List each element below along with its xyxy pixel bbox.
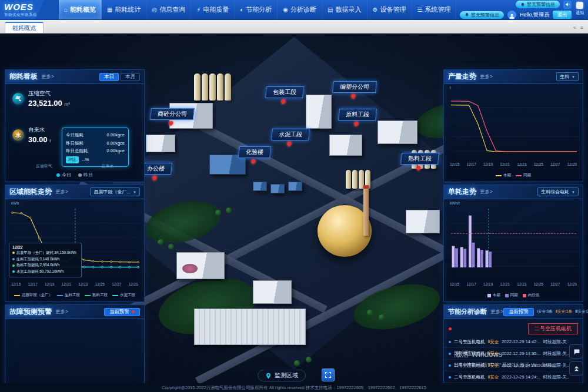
location-pin-icon <box>265 373 272 379</box>
panel-title: 单耗走势 <box>448 187 476 197</box>
tab-scroll-left-icon[interactable]: « <box>573 25 576 31</box>
area-tag-biansu[interactable]: 编塑分公司 <box>332 81 377 93</box>
legend-marker <box>516 175 522 176</box>
nav-item-device-mgmt[interactable]: ⚙设备管理 <box>368 0 412 19</box>
nav-item-stats[interactable]: ▦能耗统计 <box>102 0 146 19</box>
kpi-unit: m³ <box>64 102 69 107</box>
back-to-top-button[interactable] <box>569 361 583 376</box>
area-tag-baozhuang[interactable]: 包装工段 <box>265 86 304 98</box>
tree <box>306 357 312 363</box>
output-trend-chart <box>447 91 580 157</box>
x-axis-label: 12/19 <box>483 162 493 166</box>
tab-menu-icon[interactable]: ≡ <box>580 25 583 31</box>
panel-title: 能耗看板 <box>9 72 38 82</box>
nav-item-data-entry[interactable]: ▤数据录入 <box>322 0 367 19</box>
nav-item-label: 节能分析 <box>246 5 272 14</box>
nav-item-info-query[interactable]: ◎信息查询 <box>147 0 192 19</box>
nav-item-diagnosis[interactable]: ◉分析诊断 <box>278 0 322 19</box>
kpi-unit: t <box>49 138 51 143</box>
alert-banner-label: 暂无预警信息 <box>471 12 499 18</box>
bullet-icon <box>449 353 451 355</box>
toggle-day-button[interactable]: 本日 <box>99 73 119 81</box>
more-link[interactable]: 更多> <box>480 73 493 81</box>
area-tag-yuanliao[interactable]: 原料工段 <box>338 109 377 120</box>
tab-bar: 能耗概览 « ≡ <box>0 20 588 33</box>
toggle-month-button[interactable]: 本月 <box>121 73 140 81</box>
app-root: WOES 智能优化节能系统 ⌂能耗概览▦能耗统计◎信息查询⚡电能质量◐节能分析◉… <box>0 0 588 392</box>
avatar[interactable] <box>507 11 516 19</box>
notice-button[interactable]: 通知 <box>573 2 586 16</box>
more-link[interactable]: 更多> <box>480 189 493 196</box>
feedback-button[interactable] <box>569 344 583 359</box>
nav-item-saving-analysis[interactable]: ◐节能分析 <box>235 0 278 19</box>
fault-warning-body <box>5 319 144 392</box>
area-tag-shangtong[interactable]: 商砼分公司 <box>150 108 195 120</box>
tab-label: 能耗概览 <box>12 24 36 32</box>
more-link[interactable]: 更多> <box>490 309 503 316</box>
alert-banner-bottom[interactable]: 暂无预警信息 <box>460 11 504 19</box>
x-axis-labels: 12/1512/1712/1912/2112/2312/2512/2712/29 <box>447 162 579 166</box>
nav-item-label: 系统管理 <box>425 5 450 14</box>
x-axis-label: 12/25 <box>95 282 105 286</box>
x-axis-label: 12/21 <box>500 162 510 166</box>
logo-subtitle: 智能优化节能系统 <box>4 12 55 18</box>
area-tag-label: 办公楼 <box>146 165 165 172</box>
more-link[interactable]: 更多> <box>55 189 68 196</box>
alarm-row[interactable]: 二号空压机电机Ⅱ安全2022-12-29 14:35:..时段超限-关.. <box>444 348 583 360</box>
logout-button[interactable]: 退出 <box>553 11 572 19</box>
main-content: 商砼分公司包装工段编塑分公司原料工段水泥工段化验楼办公楼熟料工段 监测区域 能耗… <box>0 33 588 383</box>
axis-categories: 压缩空气自来水 <box>11 163 138 169</box>
output-selector[interactable]: 生料 ▼ <box>556 72 579 81</box>
tree <box>168 244 174 250</box>
alarm-row[interactable]: 二号空压机电机Ⅱ安全2022-12-29 14:24:..时段超限-关.. <box>444 371 583 383</box>
unit-selector[interactable]: 生料综合电耗 ▼ <box>537 187 579 196</box>
scene-building <box>288 182 302 191</box>
kpi-value: 30.00 t <box>28 135 51 144</box>
alarm-row[interactable]: 二号空压机电机Ⅱ安全2022-12-29 14:28:..时段超限-关.. <box>444 360 583 371</box>
x-axis-label: 12/29 <box>129 282 138 286</box>
tooltip-row: 昨日总能耗0.00kgce <box>66 147 125 155</box>
alarm-type: 时段超限-关.. <box>543 339 569 345</box>
day-month-toggle: 本日 本月 <box>99 73 140 81</box>
x-axis-labels: 12/1512/1712/1912/2112/2312/2512/2712/29 <box>9 282 141 286</box>
area-tag-label: 熟料工段 <box>407 155 432 162</box>
user-icon <box>509 13 515 19</box>
chat-icon <box>573 348 580 356</box>
alarm-name: 二号空压机电机 <box>454 374 485 380</box>
fullscreen-button[interactable] <box>322 368 335 381</box>
more-link[interactable]: 更多> <box>41 73 54 81</box>
tab-energy-overview[interactable]: 能耗概览 <box>5 22 44 33</box>
area-tag-label: 水泥工段 <box>278 131 302 138</box>
nav-item-overview[interactable]: ⌂能耗概览 <box>59 0 102 19</box>
region-selector[interactable]: 昌襄甲段（全厂... ▼ <box>90 187 140 196</box>
double-arrow-up-icon <box>573 365 580 373</box>
monitor-area-button[interactable]: 监测区域 <box>258 370 306 381</box>
x-axis-label: 12/21 <box>500 282 510 286</box>
tooltip-value: 0.00kgce <box>107 147 125 155</box>
area-tag-huayan[interactable]: 化验楼 <box>238 146 271 158</box>
current-alarm-tab[interactable]: 当前报警 <box>503 308 534 316</box>
area-tag-shuini[interactable]: 水泥工段 <box>271 129 310 140</box>
tooltip-series-line: 熟料工段能耗:2,904.0kWh <box>12 262 78 269</box>
tree <box>294 360 300 366</box>
area-tag-shuliao[interactable]: 熟料工段 <box>400 153 439 165</box>
alarm-marquee[interactable]: 二号空压机电机 <box>528 323 578 334</box>
current-warning-tab[interactable]: 当前预警 <box>104 308 140 316</box>
bullet-icon <box>449 341 451 343</box>
scene-building <box>329 135 362 156</box>
x-axis-label: 12/17 <box>467 282 476 286</box>
alarm-row[interactable]: 二号空压机电机Ⅱ安全2022-12-29 14:42:..时段超限-关.. <box>444 336 583 348</box>
panel-title: 节能分析诊断 <box>448 307 487 316</box>
alert-banner-top[interactable]: 暂无预警信息 <box>516 1 560 8</box>
tooltip-label: 今日能耗 <box>66 131 83 139</box>
speaker-icon-button[interactable] <box>563 1 572 9</box>
alert-dot <box>449 327 452 330</box>
app-logo: WOES 智能优化节能系统 <box>0 0 59 19</box>
x-axis-label: 12/15 <box>450 282 459 286</box>
axis-category: 自来水 <box>101 163 113 169</box>
alarm-level: Ⅱ安全 <box>488 351 499 357</box>
tooltip-row: 今日能耗0.00kgce <box>66 131 125 139</box>
nav-item-power-quality[interactable]: ⚡电能质量 <box>191 0 235 19</box>
nav-item-system-mgmt[interactable]: ☰系统管理 <box>412 0 456 19</box>
more-link[interactable]: 更多> <box>55 309 68 316</box>
